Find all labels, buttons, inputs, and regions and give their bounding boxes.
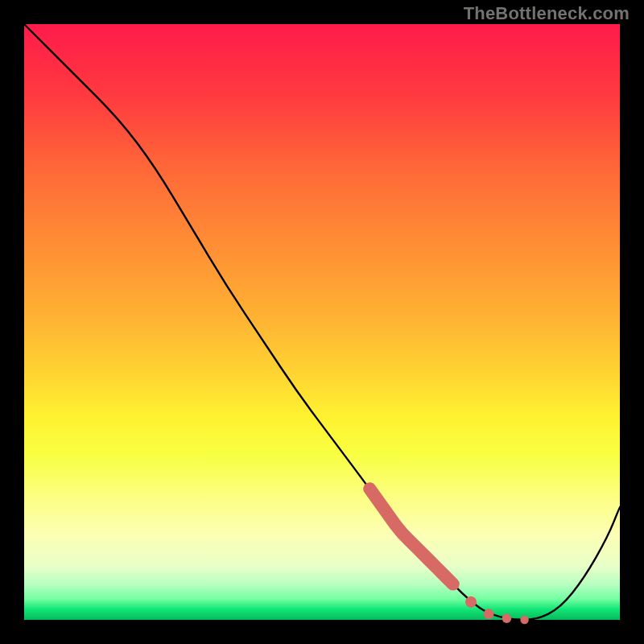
optimal-dot — [502, 613, 512, 623]
optimal-dot — [484, 609, 494, 619]
optimal-dot — [520, 616, 528, 624]
plot-area — [24, 24, 620, 620]
chart-frame: TheBottleneck.com — [0, 0, 644, 644]
optimal-dot — [465, 597, 477, 608]
optimal-segment — [369, 489, 453, 584]
watermark-text: TheBottleneck.com — [464, 3, 630, 24]
bottleneck-curve — [24, 24, 620, 620]
chart-overlay — [24, 24, 620, 620]
